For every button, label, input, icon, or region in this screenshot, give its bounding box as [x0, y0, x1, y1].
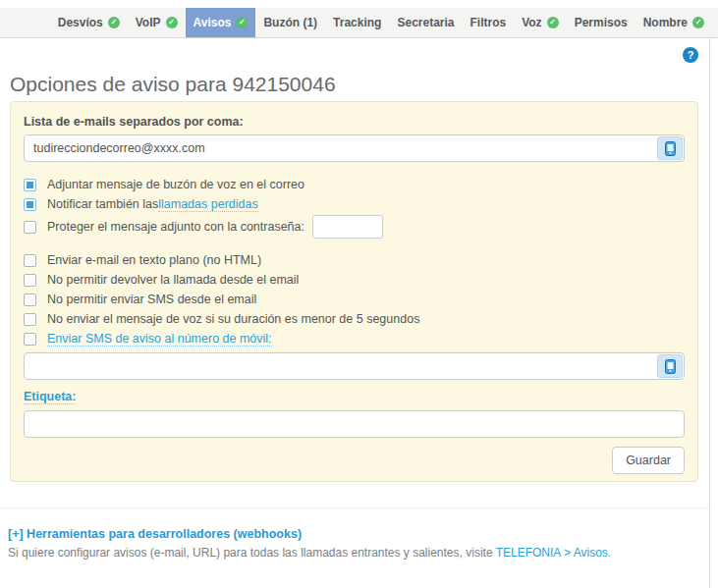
checkbox-row-missed-calls: Notificar también las llamadas perdidas — [24, 194, 685, 214]
tab-label: Buzón (1) — [263, 16, 317, 29]
missed-calls-link[interactable]: llamadas perdidas — [158, 197, 257, 212]
check-circle-icon: ✓ — [692, 17, 704, 28]
check-circle-icon: ✓ — [166, 17, 178, 28]
checkbox-label: No permitir enviar SMS desde el email — [47, 293, 256, 306]
checkbox-group-2: Enviar e-mail en texto plano (no HTML) N… — [24, 250, 685, 348]
tab-voip[interactable]: VoIP ✓ — [128, 8, 186, 37]
password-input[interactable] — [312, 215, 383, 239]
checkbox-label: Enviar e-mail en texto plano (no HTML) — [47, 253, 261, 267]
sms-input-group — [24, 352, 685, 380]
telefonia-avisos-link[interactable]: TELEFONIA > Avisos. — [496, 546, 612, 560]
tab-secretaria[interactable]: Secretaria — [389, 8, 462, 37]
tab-label: VoIP — [136, 16, 161, 29]
etiqueta-input[interactable] — [24, 410, 685, 438]
webhooks-link[interactable]: [+] Herramientas para desarrolladores (w… — [8, 527, 709, 541]
footer-note: Si quiere configurar avisos (e-mail, URL… — [8, 546, 709, 560]
checkbox-label: No permitir devolver la llamada desde el… — [47, 273, 299, 287]
checkbox-row-password: Proteger el mensaje adjunto con la contr… — [24, 214, 685, 240]
email-input-group — [24, 134, 685, 162]
checkbox[interactable] — [24, 198, 36, 211]
mobile-phone-icon — [665, 141, 676, 156]
email-list-input[interactable] — [24, 134, 685, 162]
checkbox-row-no-sms-from-email: No permitir enviar SMS desde el email — [24, 290, 685, 309]
help-icon[interactable]: ? — [683, 47, 698, 63]
check-circle-icon: ✓ — [547, 17, 559, 28]
tab-voz[interactable]: Voz ✓ — [514, 8, 566, 37]
tab-label: Tracking — [333, 16, 381, 29]
page-title: Opciones de aviso para 942150046 — [10, 73, 336, 96]
mobile-phone-icon — [665, 359, 676, 374]
phone-addon-button[interactable] — [657, 354, 683, 378]
tab-label: Voz — [522, 16, 541, 29]
tab-label: Filtros — [470, 16, 507, 29]
email-list-label: Lista de e-mails separados por coma: — [24, 115, 685, 129]
aviso-options-panel: Lista de e-mails separados por coma: Adj… — [10, 101, 698, 482]
checkbox-label: Notificar también las — [47, 197, 158, 211]
tab-buzon[interactable]: Buzón (1) — [255, 8, 325, 37]
check-circle-icon: ✓ — [236, 17, 248, 28]
checkbox-row-attach-voicemail: Adjuntar mensaje de buzón de voz en el c… — [24, 175, 685, 194]
tab-label: Nombre — [643, 16, 688, 29]
save-row: Guardar — [24, 447, 685, 474]
checkbox[interactable] — [24, 221, 36, 234]
tab-label: Avisos — [193, 16, 232, 29]
checkbox[interactable] — [24, 179, 36, 191]
sms-aviso-link[interactable]: Enviar SMS de aviso al número de móvil: — [47, 332, 272, 347]
checkbox-label: Proteger el mensaje adjunto con la contr… — [47, 220, 304, 234]
tab-label: Secretaria — [397, 16, 454, 29]
check-circle-icon: ✓ — [108, 17, 120, 28]
checkbox-label: Adjuntar mensaje de buzón de voz en el c… — [47, 178, 304, 191]
checkbox[interactable] — [24, 313, 36, 326]
checkbox[interactable] — [24, 274, 36, 287]
footer-note-text: Si quiere configurar avisos (e-mail, URL… — [8, 546, 496, 560]
footer: [+] Herramientas para desarrolladores (w… — [0, 508, 709, 560]
checkbox-row-no-callback: No permitir devolver la llamada desde el… — [24, 270, 685, 290]
etiqueta-link-label[interactable]: Etiqueta: — [24, 390, 76, 404]
content-right-border — [709, 38, 710, 588]
tab-tracking[interactable]: Tracking — [325, 8, 389, 37]
save-button[interactable]: Guardar — [612, 447, 685, 474]
tab-label: Permisos — [575, 16, 628, 29]
tab-desvios[interactable]: Desvíos ✓ — [50, 8, 128, 37]
checkbox-row-sms-aviso: Enviar SMS de aviso al número de móvil: — [24, 329, 685, 348]
checkbox[interactable] — [24, 333, 36, 346]
tab-nombre[interactable]: Nombre ✓ — [635, 8, 712, 37]
checkbox-group-1: Adjuntar mensaje de buzón de voz en el c… — [24, 175, 685, 240]
tab-avisos[interactable]: Avisos ✓ — [186, 8, 256, 37]
tab-filtros[interactable]: Filtros — [463, 8, 515, 37]
etiqueta-input-group — [24, 410, 685, 438]
checkbox[interactable] — [24, 294, 36, 306]
tab-bar: Desvíos ✓ VoIP ✓ Avisos ✓ Buzón (1) Trac… — [0, 8, 718, 38]
contacts-addon-button[interactable] — [657, 136, 683, 160]
checkbox[interactable] — [24, 254, 36, 267]
checkbox-row-min-duration: No enviar el mensaje de voz si su duraci… — [24, 309, 685, 329]
checkbox-label: No enviar el mensaje de voz si su duraci… — [47, 312, 419, 326]
checkbox-row-plain-text: Enviar e-mail en texto plano (no HTML) — [24, 250, 685, 270]
tab-permisos[interactable]: Permisos — [567, 8, 635, 37]
tab-label: Desvíos — [58, 16, 103, 29]
sms-number-input[interactable] — [24, 352, 685, 380]
